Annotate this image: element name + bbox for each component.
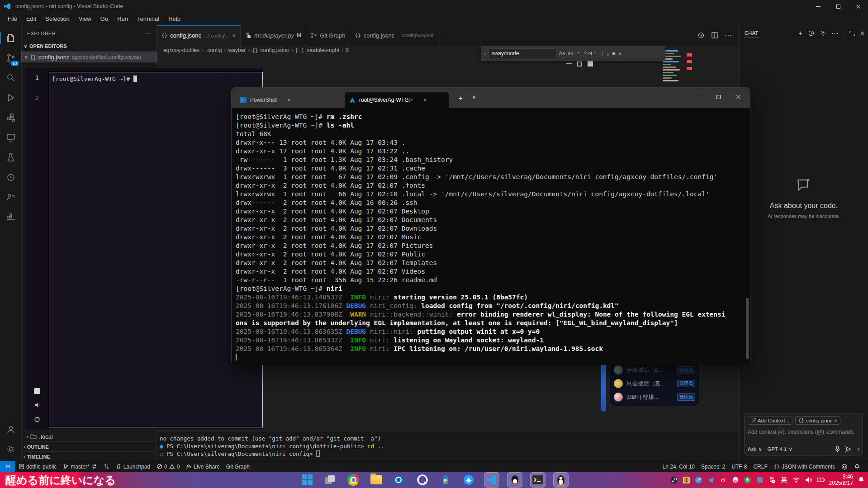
menu-view[interactable]: View <box>75 14 95 24</box>
microsoft-store-icon[interactable] <box>438 472 453 488</box>
maximize-icon[interactable] <box>588 61 593 66</box>
menu-edit[interactable]: Edit <box>22 14 40 24</box>
telegram-tray-icon[interactable] <box>707 476 715 484</box>
windows-terminal-icon[interactable] <box>530 472 545 488</box>
qq-icon[interactable] <box>507 472 522 488</box>
close-tab-icon[interactable]: × <box>232 32 236 39</box>
minimize-button[interactable] <box>808 0 828 13</box>
notification-bell-icon[interactable] <box>857 476 865 484</box>
battery-charging-icon[interactable] <box>817 476 825 484</box>
find-previous-icon[interactable]: ↑ <box>601 50 604 57</box>
match-case-toggle[interactable]: Aa <box>559 51 565 56</box>
workspace-1[interactable]: 1 <box>35 74 39 95</box>
menu-go[interactable]: Go <box>96 14 112 24</box>
outline-section[interactable]: › OUTLINE <box>22 441 157 451</box>
close-tab-icon[interactable]: × <box>288 97 291 103</box>
orange-app-tray-icon[interactable] <box>683 476 691 484</box>
outlook-icon[interactable] <box>392 472 407 488</box>
feedback-icon[interactable] <box>838 461 851 472</box>
chat-input-box[interactable]: Add Context... {} config.jsonc × Add con… <box>745 413 863 455</box>
chat-settings-gear-icon[interactable] <box>820 30 826 37</box>
explorer-icon[interactable] <box>0 28 22 48</box>
windows-security-tray-icon[interactable] <box>756 476 764 484</box>
send-icon[interactable] <box>845 446 852 452</box>
status-eol[interactable]: CRLF <box>750 461 770 472</box>
find-input[interactable]: sway/mode <box>489 48 556 58</box>
tab-dropdown-icon[interactable]: ∨ <box>472 94 476 100</box>
status-branch[interactable]: master* <box>60 461 100 472</box>
status-compare[interactable] <box>100 461 113 472</box>
xunlei-icon[interactable] <box>461 472 476 488</box>
qq-tray-icon[interactable] <box>731 476 740 484</box>
remote-indicator[interactable]: >< <box>0 461 15 472</box>
file-explorer-icon[interactable] <box>369 472 384 488</box>
ime-indicator[interactable]: 英 <box>780 476 788 484</box>
power-module-icon[interactable] <box>34 416 40 422</box>
chrome-icon[interactable] <box>346 472 361 488</box>
breadcrumb-item[interactable]: .config <box>206 47 222 53</box>
breadcrumb-item[interactable]: agxcoy-dotfiles <box>163 47 199 53</box>
expand-panel-icon[interactable] <box>849 30 855 37</box>
notifications-bell-icon[interactable] <box>851 461 863 472</box>
chat-input-placeholder[interactable]: Add context (#), extensions (@), command… <box>748 429 860 435</box>
vscode-taskbar-icon[interactable] <box>484 472 499 488</box>
open-editors-header[interactable]: ∨ OPEN EDITORS <box>22 41 157 51</box>
history-icon[interactable] <box>697 32 705 39</box>
open-editor-item[interactable]: × {} config.jsonc agxcoy-dotfiles\.confi… <box>22 52 157 62</box>
terminal-output[interactable]: [root@SilverAg-WTG ~]# rm .zshrc[root@Si… <box>232 108 750 365</box>
new-chat-icon[interactable]: + <box>798 29 802 38</box>
find-expand-icon[interactable]: › <box>484 51 486 56</box>
breadcrumb-item[interactable]: modules-right <box>307 47 340 53</box>
taskbar-clock[interactable]: 3:46 2025/8/17 <box>829 474 853 486</box>
gitlens-icon[interactable] <box>0 167 22 187</box>
wifi-icon[interactable] <box>792 476 801 484</box>
terminal-maximize-button[interactable] <box>708 88 728 106</box>
tree-item-local[interactable]: › .local <box>22 431 157 441</box>
menu-help[interactable]: Help <box>164 14 185 24</box>
status-live-share[interactable]: Live Share <box>183 461 223 472</box>
tab-config-jsonc[interactable]: {} config.jsonc ...\.config\... × <box>157 25 241 45</box>
breadcrumb-item[interactable]: config.jsonc <box>260 47 289 53</box>
idm-tray-icon[interactable] <box>744 476 752 484</box>
terminal-close-button[interactable] <box>728 88 748 106</box>
steam-tray-icon[interactable] <box>670 476 678 484</box>
extensions-icon[interactable] <box>0 108 22 128</box>
remote-explorer-icon[interactable] <box>0 128 22 147</box>
tab-wsl-root[interactable]: root@SilverAg-WTG:~ × <box>345 92 449 108</box>
breadcrumb-item[interactable]: 8 <box>346 47 349 53</box>
menu-run[interactable]: Run <box>113 14 132 24</box>
status-launchpad[interactable]: Launchpad <box>113 461 153 472</box>
find-next-icon[interactable]: ↓ <box>607 50 610 57</box>
qq-member-row[interactable]: 伊藤诚凉（B... 管理员 <box>614 363 695 377</box>
status-problems[interactable]: 0 0 <box>153 461 183 472</box>
accounts-icon[interactable] <box>0 419 22 439</box>
minimize-icon[interactable] <box>566 63 572 64</box>
netease-music-tray-icon[interactable] <box>719 476 727 484</box>
status-indentation[interactable]: Spaces: 2 <box>698 461 728 472</box>
send-options-icon[interactable]: ∨ <box>857 447 860 451</box>
wsl-tux-icon[interactable] <box>553 472 569 488</box>
settings-gear-icon[interactable] <box>0 439 22 459</box>
volume-icon[interactable] <box>805 476 813 484</box>
integrated-terminal-panel[interactable]: no changes added to commit (use "git add… <box>157 432 738 461</box>
timeline-section[interactable]: › TIMELINE <box>22 451 157 461</box>
terminal-titlebar[interactable]: ›_ PowerShell × root@SilverAg-WTG:~ × + … <box>232 88 750 108</box>
chat-history-icon[interactable] <box>808 30 815 37</box>
qq-member-row[interactable]: [BØT] 柠檬... 管理员 <box>614 390 695 404</box>
close-panel-icon[interactable]: × <box>860 29 864 38</box>
status-repo[interactable]: dotfile-public <box>15 461 60 472</box>
docker-icon[interactable] <box>0 207 22 227</box>
tab-chat[interactable]: CHAT <box>744 28 759 38</box>
close-button[interactable] <box>848 0 868 13</box>
close-find-icon[interactable]: × <box>618 50 622 57</box>
terminal-minimize-button[interactable] <box>688 88 708 106</box>
source-control-icon[interactable]: 93 <box>0 48 22 68</box>
volume-module-icon[interactable] <box>34 402 41 408</box>
context-file-chip[interactable]: {} config.jsonc × <box>795 416 840 425</box>
add-context-button[interactable]: Add Context... <box>748 417 792 425</box>
menu-terminal[interactable]: Terminal <box>133 14 163 24</box>
quark-browser-icon[interactable] <box>415 472 430 488</box>
qq-window-edge[interactable] <box>601 361 606 412</box>
status-encoding[interactable]: UTF-8 <box>728 461 750 472</box>
search-icon[interactable] <box>0 68 22 88</box>
